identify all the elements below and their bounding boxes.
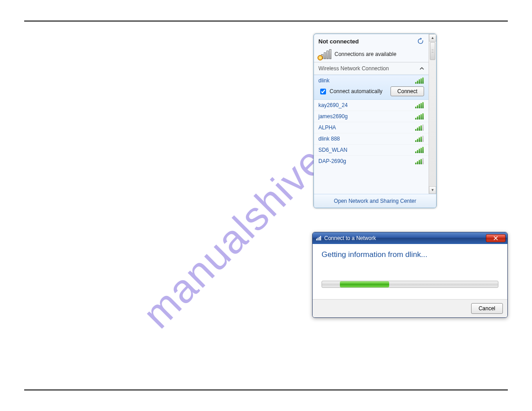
network-item[interactable]: kay2690_24 [314, 100, 429, 111]
scrollbar[interactable]: ▲ ▼ [429, 34, 436, 194]
svg-rect-1 [317, 238, 318, 240]
ssid-label: james2690g [318, 113, 348, 120]
dialog-title: Connect to a Network [324, 235, 376, 241]
status-title: Not connected [318, 38, 359, 45]
ssid-label: SD6_WLAN [318, 147, 348, 153]
connect-button[interactable]: Connect [390, 86, 424, 96]
refresh-icon[interactable] [417, 38, 424, 45]
page-rule-bottom [24, 390, 508, 390]
connection-status-area: Not connected Connections are available [314, 34, 429, 62]
ssid-label: kay2690_24 [318, 102, 348, 108]
close-icon [493, 236, 498, 240]
close-button[interactable] [486, 234, 506, 242]
dialog-heading: Getting information from dlink... [322, 250, 498, 259]
signal-icon [415, 158, 424, 164]
signal-icon [415, 136, 424, 142]
open-network-center-link[interactable]: Open Network and Sharing Center [314, 194, 436, 208]
signal-icon [415, 77, 424, 84]
progress-bar [322, 281, 498, 288]
ssid-label: dlink 888 [318, 136, 340, 142]
progress-fill [340, 281, 389, 287]
ssid-label: ALPHA [318, 124, 336, 131]
adapter-label: Wireless Network Connection [318, 65, 389, 72]
network-item[interactable]: SD6_WLAN [314, 145, 429, 156]
network-item[interactable]: dlink 888 [314, 133, 429, 145]
network-item-selected[interactable]: dlink Connect automatically Connect [314, 75, 429, 100]
connect-auto-checkbox[interactable]: Connect automatically [318, 87, 382, 96]
connect-auto-label: Connect automatically [330, 88, 382, 94]
ssid-label: DAP-2690g [318, 158, 346, 164]
adapter-header[interactable]: Wireless Network Connection [314, 62, 429, 75]
wifi-flyout: Not connected Connections are available … [313, 34, 437, 208]
svg-rect-2 [319, 237, 320, 240]
svg-rect-3 [320, 236, 321, 240]
signal-icon [415, 102, 424, 108]
network-icon [315, 235, 322, 241]
no-connection-icon [318, 49, 331, 59]
connect-dialog: Connect to a Network Getting information… [312, 232, 508, 318]
signal-icon [415, 147, 424, 153]
network-item[interactable]: DAP-2690g [314, 156, 429, 167]
scroll-thumb[interactable] [430, 42, 435, 60]
network-item[interactable]: ALPHA [314, 122, 429, 133]
scroll-down-button[interactable]: ▼ [429, 186, 436, 194]
signal-icon [415, 124, 424, 131]
chevron-up-icon [420, 66, 424, 71]
scroll-up-button[interactable]: ▲ [429, 34, 436, 42]
svg-rect-0 [316, 239, 317, 240]
signal-icon [415, 113, 424, 120]
connect-auto-input[interactable] [320, 89, 326, 94]
network-item[interactable]: james2690g [314, 111, 429, 122]
status-subtitle: Connections are available [335, 51, 396, 57]
network-list: dlink Connect automatically Connect [314, 75, 429, 194]
cancel-button[interactable]: Cancel [471, 303, 503, 314]
dialog-titlebar[interactable]: Connect to a Network [313, 232, 507, 244]
page-rule-top [24, 21, 508, 21]
ssid-label: dlink [318, 77, 330, 84]
